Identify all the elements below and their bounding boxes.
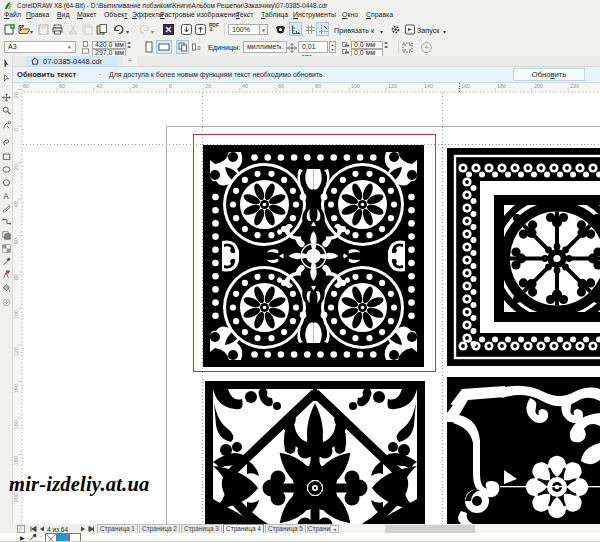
svg-text:.0: .0 [196,45,200,51]
svg-text:A: A [3,192,9,200]
